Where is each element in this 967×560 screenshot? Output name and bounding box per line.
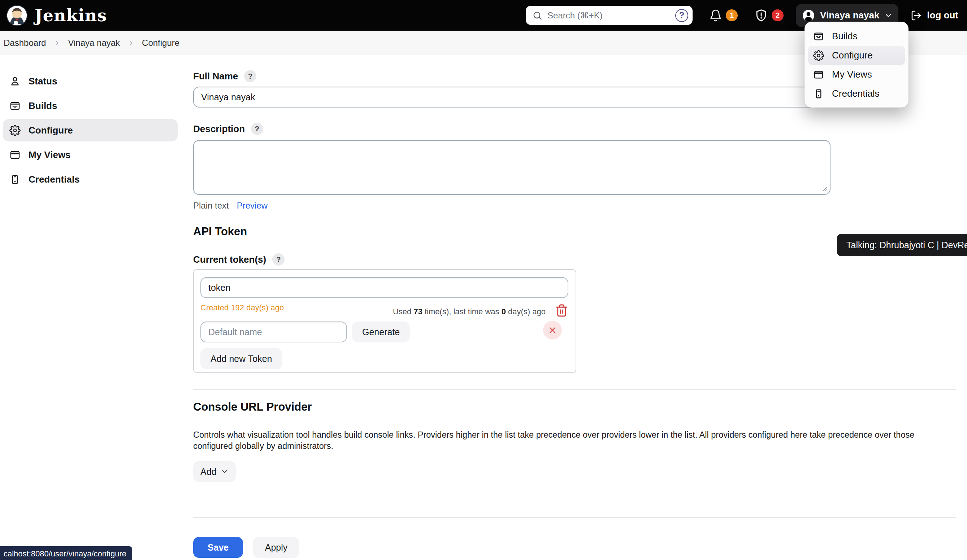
menu-item-label: Configure bbox=[832, 50, 873, 61]
description-help-icon[interactable]: ? bbox=[251, 123, 263, 135]
save-bar: Save Apply bbox=[193, 517, 956, 560]
link-url-statusbar: calhost:8080/user/vinaya/configure bbox=[0, 546, 132, 560]
menu-item-label: Credentials bbox=[832, 88, 880, 99]
talking-status-tooltip: Talking: Dhrubajyoti C | DevRel En... bbox=[837, 234, 967, 256]
cancel-token-button[interactable] bbox=[543, 321, 562, 339]
apply-button[interactable]: Apply bbox=[253, 537, 299, 558]
menu-item-label: My Views bbox=[832, 69, 872, 80]
trash-icon[interactable] bbox=[555, 304, 568, 317]
current-tokens-label: Current token(s) bbox=[193, 254, 266, 265]
brand-title: Jenkins bbox=[35, 6, 107, 25]
add-provider-button[interactable]: Add bbox=[193, 461, 236, 482]
window-icon bbox=[813, 69, 824, 80]
gear-icon bbox=[813, 50, 824, 61]
description-label: Description bbox=[193, 124, 245, 135]
format-label: Plain text bbox=[193, 201, 229, 211]
notifications-button[interactable]: 1 bbox=[709, 9, 738, 22]
breadcrumb-configure[interactable]: Configure bbox=[142, 38, 180, 48]
breadcrumb-chevron-icon: › bbox=[129, 37, 132, 48]
warning-count-badge: 2 bbox=[772, 9, 784, 21]
breadcrumb-dashboard[interactable]: Dashboard bbox=[3, 38, 46, 48]
inbox-icon bbox=[9, 100, 21, 112]
save-button[interactable]: Save bbox=[193, 537, 243, 558]
new-token-name-input[interactable] bbox=[200, 321, 347, 343]
token-box: Created 192 day(s) ago Used 73 time(s), … bbox=[193, 269, 576, 373]
user-icon bbox=[9, 76, 21, 87]
sidebar-item-label: Builds bbox=[28, 100, 57, 112]
add-new-token-button[interactable]: Add new Token bbox=[200, 348, 282, 369]
sidebar-item-label: Credentials bbox=[28, 174, 80, 185]
search-help-icon[interactable]: ? bbox=[675, 9, 688, 22]
logout-button[interactable]: log out bbox=[911, 10, 958, 21]
sidebar-item-label: My Views bbox=[28, 149, 71, 161]
console-url-heading: Console URL Provider bbox=[193, 400, 956, 413]
full-name-input[interactable] bbox=[193, 87, 830, 107]
full-name-help-icon[interactable]: ? bbox=[244, 70, 256, 82]
breadcrumb-user[interactable]: Vinaya nayak bbox=[68, 38, 120, 48]
breadcrumb-chevron-icon: › bbox=[55, 37, 58, 48]
sidebar-item-status[interactable]: Status bbox=[3, 70, 178, 92]
id-card-icon bbox=[813, 88, 824, 99]
menu-item-builds[interactable]: Builds bbox=[808, 27, 905, 46]
current-tokens-help-icon[interactable]: ? bbox=[272, 253, 285, 265]
user-name-label: Vinaya nayak bbox=[820, 10, 879, 21]
generate-button[interactable]: Generate bbox=[352, 321, 410, 343]
menu-item-my-views[interactable]: My Views bbox=[808, 65, 905, 84]
search-icon bbox=[532, 10, 542, 21]
add-provider-label: Add bbox=[200, 466, 216, 477]
configure-form: Full Name ? Description ? Plain text Pre… bbox=[181, 55, 967, 560]
sidebar-item-credentials[interactable]: Credentials bbox=[3, 168, 178, 191]
gear-icon bbox=[9, 125, 21, 136]
logout-icon bbox=[911, 10, 922, 21]
sidebar-item-label: Status bbox=[28, 76, 57, 87]
chevron-down-icon bbox=[884, 11, 893, 20]
full-name-label: Full Name bbox=[193, 71, 238, 82]
sidebar-item-label: Configure bbox=[28, 125, 73, 136]
menu-item-label: Builds bbox=[832, 31, 858, 42]
id-card-icon bbox=[9, 174, 21, 185]
global-search: ? bbox=[526, 6, 693, 25]
token-created-text: Created 192 day(s) ago bbox=[200, 303, 284, 313]
menu-item-configure[interactable]: Configure bbox=[808, 46, 905, 65]
token-usage-text: Used 73 time(s), last time was 0 day(s) … bbox=[393, 307, 546, 316]
description-textarea[interactable] bbox=[194, 141, 830, 194]
sidebar-item-configure[interactable]: Configure bbox=[3, 119, 178, 142]
resize-grip-icon[interactable] bbox=[822, 186, 827, 192]
generate-row: Generate bbox=[200, 321, 568, 343]
console-url-description: Controls what visualization tool handles… bbox=[193, 429, 955, 452]
search-input[interactable] bbox=[548, 10, 670, 21]
preview-link[interactable]: Preview bbox=[237, 201, 267, 211]
jenkins-user-configure-page: Jenkins ? 1 bbox=[0, 0, 967, 560]
sidebar-item-my-views[interactable]: My Views bbox=[3, 143, 178, 166]
inbox-icon bbox=[813, 31, 824, 42]
token-name-input[interactable] bbox=[200, 277, 568, 298]
token-meta-row: Created 192 day(s) ago Used 73 time(s), … bbox=[200, 301, 568, 317]
window-icon bbox=[9, 149, 21, 161]
notification-count-badge: 1 bbox=[726, 9, 738, 21]
shield-warning-icon bbox=[754, 9, 768, 22]
bell-icon bbox=[709, 9, 722, 22]
menu-item-credentials[interactable]: Credentials bbox=[808, 84, 905, 103]
logout-label: log out bbox=[927, 10, 958, 21]
security-warnings-button[interactable]: 2 bbox=[754, 9, 784, 22]
avatar-icon bbox=[802, 9, 815, 22]
sidebar: Status Builds Configure bbox=[0, 55, 181, 560]
sidebar-item-builds[interactable]: Builds bbox=[3, 94, 178, 117]
jenkins-home-link[interactable]: Jenkins bbox=[0, 4, 107, 27]
section-divider bbox=[193, 389, 956, 390]
user-dropdown-menu: Builds Configure My Views bbox=[805, 21, 909, 107]
description-textarea-wrap bbox=[193, 140, 830, 195]
jenkins-butler-logo-icon bbox=[6, 4, 28, 27]
chevron-down-icon bbox=[221, 468, 229, 476]
